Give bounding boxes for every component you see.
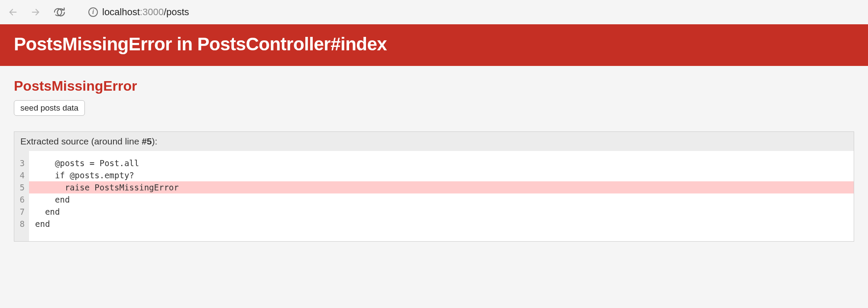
source-header-suffix: ): xyxy=(152,136,158,146)
line-number: 6 xyxy=(19,193,25,206)
seed-posts-button[interactable]: seed posts data xyxy=(14,100,85,116)
code-line: if @posts.empty? xyxy=(29,169,854,181)
code-line: @posts = Post.all xyxy=(29,157,854,169)
line-numbers: 345678 xyxy=(14,151,29,241)
source-extract: Extracted source (around line #5): 34567… xyxy=(14,131,854,242)
back-button[interactable] xyxy=(8,7,18,17)
line-number: 7 xyxy=(19,206,25,218)
source-code: 345678 @posts = Post.all if @posts.empty… xyxy=(14,151,854,241)
arrow-right-icon xyxy=(31,7,40,17)
error-title: PostsMissingError in PostsController#ind… xyxy=(14,34,854,55)
code-line: end xyxy=(29,218,854,230)
url-port: :3000 xyxy=(140,7,164,17)
code-line: end xyxy=(29,193,854,206)
source-header-prefix: Extracted source (around line xyxy=(20,136,142,146)
source-header-line: #5 xyxy=(142,136,152,146)
line-number: 3 xyxy=(19,157,25,169)
url-text: localhost:3000/posts xyxy=(102,7,189,18)
source-header: Extracted source (around line #5): xyxy=(14,132,854,151)
browser-toolbar: i localhost:3000/posts xyxy=(0,0,868,24)
nav-buttons xyxy=(8,7,66,17)
code-lines: @posts = Post.all if @posts.empty? raise… xyxy=(29,151,854,241)
code-line: raise PostsMissingError xyxy=(29,181,854,193)
arrow-left-icon xyxy=(8,7,18,17)
exception-name: PostsMissingError xyxy=(14,78,854,94)
url-path: /posts xyxy=(164,7,189,17)
line-number: 4 xyxy=(19,169,25,181)
info-icon[interactable]: i xyxy=(88,7,98,17)
code-line: end xyxy=(29,206,854,218)
url-host: localhost xyxy=(102,7,140,17)
line-number: 5 xyxy=(19,181,25,193)
address-bar[interactable]: i localhost:3000/posts xyxy=(88,7,189,18)
reload-button[interactable] xyxy=(53,7,63,17)
error-header: PostsMissingError in PostsController#ind… xyxy=(0,24,868,66)
content-area: PostsMissingError seed posts data Extrac… xyxy=(0,66,868,254)
forward-button[interactable] xyxy=(30,7,41,17)
line-number: 8 xyxy=(19,218,25,230)
